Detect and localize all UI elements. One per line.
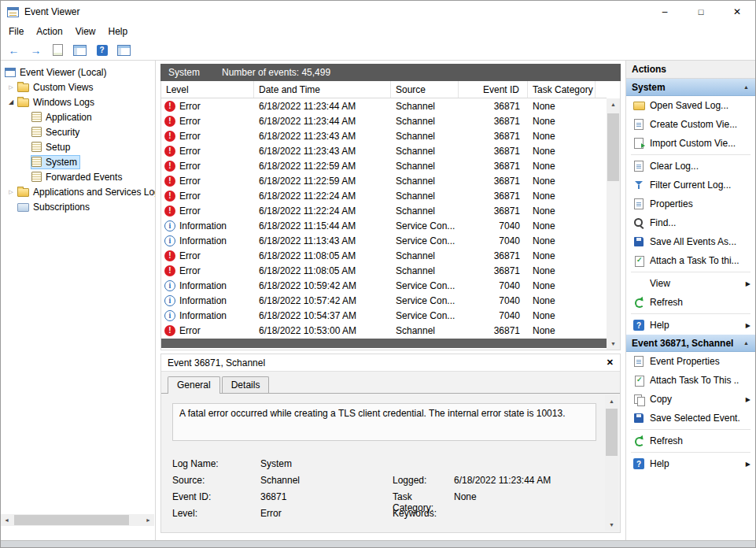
event-row[interactable]: Error 6/18/2022 11:23:43 AM Schannel 368… <box>161 128 607 143</box>
action-row[interactable]: View ▶ <box>626 274 755 293</box>
action-row[interactable]: Save Selected Event... <box>626 409 755 428</box>
menu-item[interactable]: Action <box>30 24 68 39</box>
action-row[interactable]: Import Custom Vie... <box>626 134 755 153</box>
menu-item[interactable]: View <box>69 24 102 39</box>
event-row[interactable]: Error 6/18/2022 10:53:00 AM Schannel 368… <box>161 323 607 338</box>
scroll-up-icon[interactable] <box>605 395 618 407</box>
field-value: 36871 <box>260 491 393 502</box>
menu-item[interactable]: Help <box>102 24 135 39</box>
action-row[interactable]: Refresh <box>626 293 755 312</box>
scroll-down-icon[interactable] <box>605 519 618 531</box>
event-row[interactable]: Error 6/18/2022 11:22:59 AM Schannel 368… <box>161 158 607 173</box>
export-icon[interactable] <box>48 42 68 59</box>
submenu-arrow-icon: ▶ <box>744 322 752 329</box>
back-icon[interactable]: ← <box>4 42 24 59</box>
event-row[interactable]: Information 6/18/2022 11:13:43 AM Servic… <box>161 233 607 248</box>
action-row[interactable]: Event Properties <box>626 352 755 371</box>
action-row[interactable]: Attach Task To This ... <box>626 371 755 390</box>
action-row[interactable]: System ▲ <box>626 79 755 96</box>
scrollbar-thumb[interactable] <box>606 409 618 456</box>
forward-icon[interactable]: → <box>26 42 46 59</box>
column-header-source[interactable]: Source <box>391 81 459 98</box>
error-icon <box>164 206 175 217</box>
tree-item[interactable]: Setup <box>1 139 155 154</box>
tree-expand-arrow[interactable] <box>6 189 17 195</box>
console-tree-icon[interactable] <box>70 42 90 59</box>
action-row[interactable] <box>631 429 750 430</box>
level-label: Error <box>179 146 201 157</box>
tree-item[interactable]: Applications and Services Logs <box>1 184 155 199</box>
event-message[interactable]: A fatal error occurred while creating a … <box>172 403 596 441</box>
tree-item[interactable]: Subscriptions <box>1 199 155 214</box>
action-pane-icon[interactable] <box>114 42 134 59</box>
tree-expand-arrow[interactable] <box>6 98 17 106</box>
action-row[interactable]: Open Saved Log... <box>626 96 755 115</box>
action-row[interactable]: Properties <box>626 194 755 213</box>
source-cell: Service Con... <box>391 220 459 231</box>
column-header-task-category[interactable]: Task Category <box>528 81 596 98</box>
minimize-button[interactable]: – <box>647 1 683 23</box>
action-row[interactable] <box>631 154 750 155</box>
scroll-up-icon[interactable] <box>607 98 620 110</box>
column-header-level[interactable]: Level <box>161 81 254 98</box>
action-row[interactable]: Filter Current Log... <box>626 176 755 194</box>
tree-item[interactable]: System <box>1 154 155 169</box>
action-row[interactable] <box>631 313 750 314</box>
help-toolbar-icon[interactable]: ? <box>92 42 112 59</box>
scrollbar-thumb[interactable] <box>607 113 619 181</box>
menu-item[interactable]: File <box>2 24 30 39</box>
event-row[interactable]: Error 6/18/2022 11:22:24 AM Schannel 368… <box>161 203 607 218</box>
log-icon <box>31 157 42 167</box>
action-row[interactable]: Clear Log... <box>626 157 755 176</box>
event-row[interactable]: Error 6/18/2022 11:22:24 AM Schannel 368… <box>161 188 607 203</box>
maximize-button[interactable]: □ <box>683 1 719 23</box>
event-row[interactable]: Information 6/18/2022 10:59:42 AM Servic… <box>161 278 607 293</box>
action-row[interactable] <box>631 272 750 272</box>
action-row[interactable]: Save All Events As... <box>626 232 755 251</box>
action-row[interactable]: Help ▶ <box>626 316 755 335</box>
close-detail-icon[interactable]: ✕ <box>607 357 614 368</box>
tab-general[interactable]: General <box>168 376 220 394</box>
scroll-left-icon[interactable] <box>1 514 13 526</box>
event-row[interactable]: Information 6/18/2022 11:15:44 AM Servic… <box>161 218 607 233</box>
tree-item[interactable]: Security <box>1 124 155 139</box>
action-row[interactable]: Refresh <box>626 431 755 450</box>
tree-expand-arrow[interactable] <box>6 84 17 91</box>
action-row[interactable] <box>631 452 750 453</box>
open-folder-icon <box>632 99 645 112</box>
action-row[interactable]: Event 36871, Schannel ▲ <box>626 335 755 352</box>
event-row[interactable]: Error 6/18/2022 11:08:05 AM Schannel 368… <box>161 248 607 263</box>
scrollbar-thumb[interactable] <box>14 515 129 525</box>
detail-scrollbar[interactable] <box>605 395 618 531</box>
source-cell: Service Con... <box>391 235 459 246</box>
column-header-event-id[interactable]: Event ID <box>459 81 528 98</box>
tree-item[interactable]: Forwarded Events <box>1 169 155 184</box>
event-list: Level Date and Time Source Event ID Task… <box>160 81 621 350</box>
event-row[interactable]: Error 6/18/2022 11:08:05 AM Schannel 368… <box>161 263 607 278</box>
tree-item[interactable]: Custom Views <box>1 80 155 94</box>
scroll-right-icon[interactable] <box>142 514 154 526</box>
tree-item[interactable]: Application <box>1 109 155 124</box>
event-row[interactable]: Error 6/18/2022 11:23:44 AM Schannel 368… <box>161 98 607 113</box>
action-row[interactable]: Create Custom Vie... <box>626 115 755 134</box>
partially-visible-row[interactable] <box>161 339 607 348</box>
tree-horizontal-scrollbar[interactable] <box>1 514 154 526</box>
event-row[interactable]: Error 6/18/2022 11:22:59 AM Schannel 368… <box>161 173 607 188</box>
tree-item[interactable]: Event Viewer (Local) <box>1 65 155 80</box>
log-header-bar: System Number of events: 45,499 <box>160 64 621 81</box>
tree-item[interactable]: Windows Logs <box>1 94 155 109</box>
event-row[interactable]: Information 6/18/2022 10:54:37 AM Servic… <box>161 308 607 323</box>
event-row[interactable]: Information 6/18/2022 10:57:42 AM Servic… <box>161 293 607 308</box>
event-row[interactable]: Error 6/18/2022 11:23:43 AM Schannel 368… <box>161 143 607 158</box>
scroll-down-icon[interactable] <box>607 338 620 350</box>
event-row[interactable]: Error 6/18/2022 11:23:44 AM Schannel 368… <box>161 113 607 128</box>
error-icon <box>164 265 175 276</box>
tab-details[interactable]: Details <box>222 376 270 393</box>
action-row[interactable]: Attach a Task To thi... <box>626 251 755 270</box>
table-scrollbar[interactable] <box>607 98 620 350</box>
action-row[interactable]: Find... <box>626 213 755 232</box>
column-header-date[interactable]: Date and Time <box>254 81 391 98</box>
action-row[interactable]: Help ▶ <box>626 454 755 473</box>
close-button[interactable]: ✕ <box>719 1 755 23</box>
action-row[interactable]: Copy ▶ <box>626 390 755 409</box>
